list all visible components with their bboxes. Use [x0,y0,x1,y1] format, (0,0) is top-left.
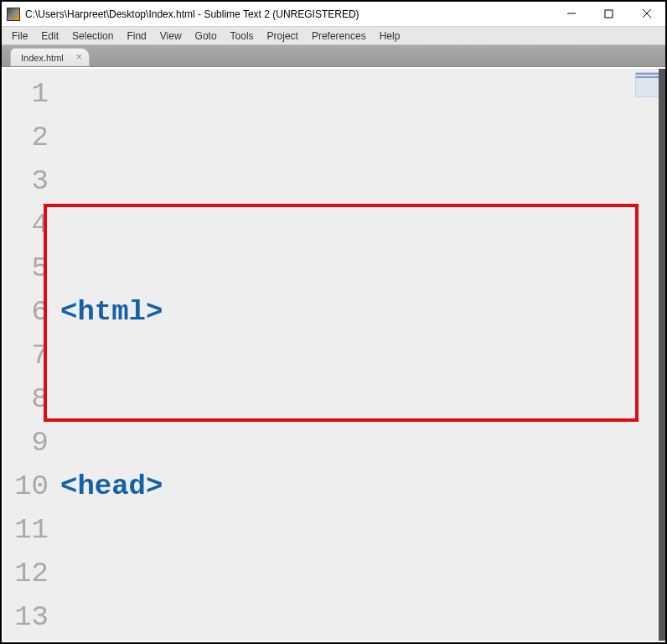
line-number: 6 [3,290,49,334]
menu-project[interactable]: Project [261,29,305,44]
maximize-icon [604,9,613,18]
line-number: 8 [3,377,49,421]
menu-edit[interactable]: Edit [34,29,65,44]
line-number: 12 [3,552,49,595]
menu-goto[interactable]: Goto [189,29,224,44]
tab-close-button[interactable]: × [76,51,82,63]
line-number: 13 [3,595,49,639]
menu-tools[interactable]: Tools [224,29,261,44]
line-number: 7 [3,334,49,377]
vertical-scrollbar[interactable] [659,69,665,641]
line-number: 9 [3,421,49,465]
tab-label: Index.html [21,53,64,63]
line-number-gutter: 1 2 3 4 5 6 7 8 9 10 11 12 13 [3,69,60,641]
code-line[interactable]: <title></title> [60,639,664,644]
menu-preferences[interactable]: Preferences [305,29,373,44]
tab-index-html[interactable]: Index.html × [10,48,90,66]
code-area[interactable]: <html> <head> <title></title> <style typ… [60,69,664,641]
line-number: 2 [3,116,49,159]
menu-help[interactable]: Help [373,29,407,44]
close-icon [642,8,652,18]
minimap[interactable] [635,72,660,97]
line-number: 1 [3,72,49,116]
menu-bar: File Edit Selection Find View Goto Tools… [2,27,665,45]
code-line[interactable]: <html> [60,290,664,334]
window-controls [552,2,665,27]
menu-file[interactable]: File [5,29,34,44]
code-line[interactable]: <head> [60,465,664,508]
app-icon [7,8,20,21]
menu-view[interactable]: View [153,29,189,44]
line-number: 5 [3,247,49,290]
menu-selection[interactable]: Selection [65,29,120,44]
window-title: C:\Users\Harpreet\Desktop\Index.html - S… [25,8,359,20]
line-number: 4 [3,203,49,247]
maximize-button[interactable] [590,2,628,25]
line-number: 11 [3,508,49,552]
line-number: 10 [3,465,49,508]
close-button[interactable] [628,2,665,25]
line-number: 3 [3,159,49,203]
svg-rect-1 [605,10,613,18]
minimize-icon [566,8,577,18]
code-editor[interactable]: 1 2 3 4 5 6 7 8 9 10 11 12 13 <html> <he… [3,69,664,641]
minimize-button[interactable] [552,2,590,25]
menu-find[interactable]: Find [120,29,153,44]
tab-bar: Index.html × [2,45,665,67]
title-bar: C:\Users\Harpreet\Desktop\Index.html - S… [2,2,665,27]
